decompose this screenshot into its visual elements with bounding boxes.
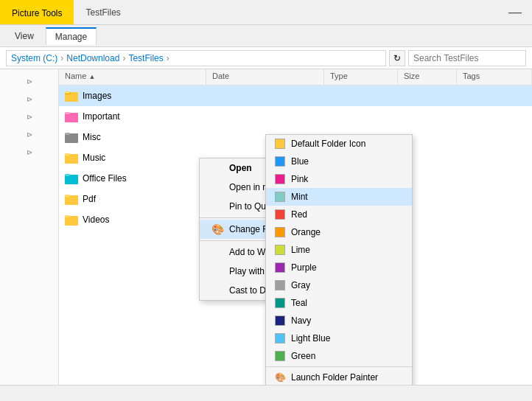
sub-item-lime[interactable]: Lime xyxy=(266,241,412,259)
col-name-header[interactable]: Name ▲ xyxy=(59,69,206,85)
sub-item-label: Orange xyxy=(291,227,321,237)
color-swatch-purple xyxy=(275,262,285,273)
svg-rect-14 xyxy=(65,215,70,217)
color-swatch-lime xyxy=(275,245,285,255)
sub-item-label: Light Blue xyxy=(291,333,330,344)
ribbon-tab-manage[interactable]: Manage xyxy=(46,27,97,45)
path-system[interactable]: System (C:) xyxy=(11,53,57,63)
nav-icon-4[interactable]: ⊳ xyxy=(24,128,35,140)
sub-item-green[interactable]: Green xyxy=(266,347,412,365)
path-testfiles[interactable]: TestFiles xyxy=(128,53,163,63)
left-nav: ⊳ ⊳ ⊳ ⊳ ⊳ xyxy=(0,69,59,385)
sub-item-label: Launch Folder Painter xyxy=(291,372,378,383)
sub-item-label: Blue xyxy=(291,156,309,167)
address-bar: System (C:) › NetDownload › TestFiles › … xyxy=(0,47,532,69)
play-icon xyxy=(211,265,223,277)
column-headers: Name ▲ Date Type Size Tags xyxy=(59,69,532,86)
col-tags-header[interactable]: Tags xyxy=(457,69,532,85)
color-swatch-red xyxy=(275,209,285,220)
folder-icon xyxy=(65,192,78,206)
nav-icon-2[interactable]: ⊳ xyxy=(24,93,35,105)
col-size-header[interactable]: Size xyxy=(398,69,457,85)
sub-menu: Default Folder Icon Blue Pink Mint Red O… xyxy=(265,134,413,385)
palette-icon: 🎨 xyxy=(211,223,223,235)
sub-separator xyxy=(266,366,412,367)
folder-icon xyxy=(65,130,78,144)
address-path[interactable]: System (C:) › NetDownload › TestFiles › xyxy=(6,50,386,66)
file-name: Important xyxy=(83,111,526,122)
svg-rect-12 xyxy=(65,195,70,197)
color-swatch-mint xyxy=(275,192,285,202)
color-swatch-navy xyxy=(275,315,285,326)
cast-icon xyxy=(211,285,223,296)
color-swatch-gray xyxy=(275,280,285,290)
color-swatch-lightblue xyxy=(275,333,285,344)
search-input[interactable] xyxy=(408,50,526,66)
sub-item-navy[interactable]: Navy xyxy=(266,312,412,329)
nav-icon-5[interactable]: ⊳ xyxy=(24,146,35,158)
path-sep-1: › xyxy=(60,53,63,63)
status-bar xyxy=(0,385,532,401)
path-sep-3: › xyxy=(167,53,169,63)
sub-item-default[interactable]: Default Folder Icon xyxy=(266,135,412,153)
main-area: ⊳ ⊳ ⊳ ⊳ ⊳ Name ▲ Date Type Size Tags Ima… xyxy=(0,69,532,385)
svg-rect-8 xyxy=(65,153,70,156)
path-sep-2: › xyxy=(122,53,125,63)
path-netdownload[interactable]: NetDownload xyxy=(66,53,119,63)
title-bar: Picture Tools TestFiles — xyxy=(0,0,532,25)
sub-item-label: Green xyxy=(291,351,315,361)
svg-rect-4 xyxy=(65,112,70,114)
color-swatch-pink xyxy=(275,174,285,184)
sub-item-gray[interactable]: Gray xyxy=(266,276,412,294)
svg-rect-2 xyxy=(65,91,70,94)
sub-item-label: Purple xyxy=(291,262,317,273)
nav-icon-1[interactable]: ⊳ xyxy=(24,75,35,87)
file-list-container: Name ▲ Date Type Size Tags Images Import… xyxy=(59,69,532,385)
folder-icon xyxy=(65,89,78,102)
sub-item-red[interactable]: Red xyxy=(266,206,412,223)
sub-item-orange[interactable]: Orange xyxy=(266,223,412,241)
svg-rect-6 xyxy=(65,133,70,135)
painter-icon: 🎨 xyxy=(275,372,285,383)
sub-item-label: Mint xyxy=(291,192,308,202)
sub-item-label: Navy xyxy=(291,315,311,326)
table-row[interactable]: Images xyxy=(59,86,532,106)
open-icon xyxy=(211,162,223,174)
sub-item-launch-painter[interactable]: 🎨 Launch Folder Painter xyxy=(266,369,412,385)
sub-item-purple[interactable]: Purple xyxy=(266,259,412,276)
sub-item-teal[interactable]: Teal xyxy=(266,294,412,312)
folder-icon xyxy=(65,110,78,123)
table-row[interactable]: Important xyxy=(59,106,532,127)
file-name: Images xyxy=(83,91,526,101)
minimize-button[interactable]: — xyxy=(498,0,532,24)
col-type-header[interactable]: Type xyxy=(324,69,398,85)
refresh-button[interactable]: ↻ xyxy=(389,50,405,66)
color-swatch-default xyxy=(275,139,285,149)
media-player-add-icon xyxy=(211,246,223,258)
sub-item-label: Pink xyxy=(291,174,308,184)
color-swatch-orange xyxy=(275,227,285,237)
nav-icon-3[interactable]: ⊳ xyxy=(24,111,35,122)
folder-icon xyxy=(65,172,78,185)
inactive-title-tab[interactable]: TestFiles xyxy=(74,0,132,24)
ribbon-tab-view[interactable]: View xyxy=(6,28,43,44)
col-date-header[interactable]: Date xyxy=(206,69,324,85)
sub-item-lightblue[interactable]: Light Blue xyxy=(266,329,412,347)
sub-item-label: Default Folder Icon xyxy=(291,139,365,149)
color-swatch-blue xyxy=(275,156,285,167)
open-new-window-icon xyxy=(211,181,223,193)
ribbon: View Manage xyxy=(0,25,532,47)
color-swatch-teal xyxy=(275,298,285,308)
sub-item-blue[interactable]: Blue xyxy=(266,153,412,170)
sub-item-pink[interactable]: Pink xyxy=(266,170,412,188)
pin-icon xyxy=(211,200,223,212)
sub-item-label: Red xyxy=(291,209,307,220)
folder-icon xyxy=(65,151,78,164)
sub-item-label: Gray xyxy=(291,280,310,290)
color-swatch-green xyxy=(275,351,285,361)
svg-rect-10 xyxy=(65,174,70,176)
sub-item-label: Lime xyxy=(291,245,310,255)
active-title-tab[interactable]: Picture Tools xyxy=(0,0,74,24)
sub-item-label: Teal xyxy=(291,298,307,308)
sub-item-mint[interactable]: Mint xyxy=(266,188,412,206)
